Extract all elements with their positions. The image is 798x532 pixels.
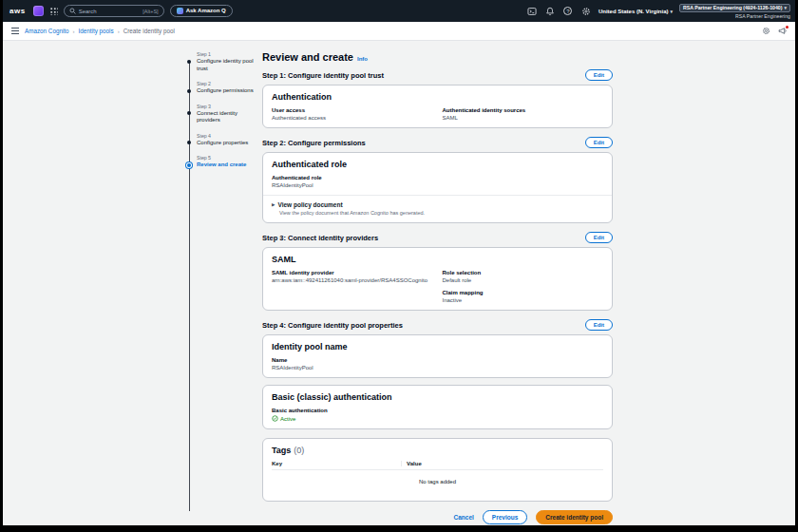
step-nav-configure-identity-pool-trust[interactable]: Step 1 Configure identity pool trust xyxy=(187,51,259,72)
step-number: Step 4 xyxy=(197,133,259,139)
tags-count: (0) xyxy=(294,446,304,455)
previous-button[interactable]: Previous xyxy=(483,510,527,524)
step-nav-review-and-create[interactable]: Step 5 Review and create xyxy=(187,155,259,169)
tags-card: Tags (0) Key Value No tags added xyxy=(262,438,613,502)
notifications-bell-icon[interactable] xyxy=(544,6,556,17)
breadcrumb-amazon-cognito[interactable]: Amazon Cognito xyxy=(25,28,69,34)
field-authenticated-role: Authenticated role RSAIdentityPool xyxy=(272,175,603,188)
ask-amazon-q-label: Ask Amazon Q xyxy=(186,8,226,13)
section-step1-header: Step 1: Configure identity pool trust xyxy=(262,71,384,80)
topbar-right: ? United States (N. Virginia) ▾ RSA Part… xyxy=(526,4,790,19)
chevron-down-icon: ▾ xyxy=(784,5,787,10)
account-name: RSA Partner Engineering xyxy=(735,13,790,19)
field-value: RSAIdentityPool xyxy=(272,365,603,370)
review-and-create-panel: Review and create Info Step 1: Configure… xyxy=(262,51,613,524)
create-identity-pool-button[interactable]: Create identity pool xyxy=(536,510,613,524)
field-label: Authenticated role xyxy=(272,175,603,180)
expander-label: View policy document xyxy=(277,201,342,208)
edit-step2-button[interactable]: Edit xyxy=(585,137,613,148)
field-label: Claim mapping xyxy=(443,290,604,295)
help-icon[interactable]: ? xyxy=(562,6,574,17)
card-title: Basic (classic) authentication xyxy=(272,392,603,402)
step-nav-configure-permissions[interactable]: Step 2 Configure permissions xyxy=(187,81,259,95)
basic-authentication-card: Basic (classic) authentication Basic aut… xyxy=(262,385,613,429)
side-nav-toggle-icon[interactable] xyxy=(11,28,19,34)
step-label: Configure properties xyxy=(197,140,259,147)
aws-logo[interactable]: aws xyxy=(8,7,28,15)
field-label: User access xyxy=(272,107,433,113)
card-title: Authenticated role xyxy=(272,160,603,169)
edit-step4-button[interactable]: Edit xyxy=(585,319,613,331)
step-dot-icon xyxy=(187,111,191,115)
tags-column-key: Key xyxy=(272,461,401,466)
services-grid-icon[interactable] xyxy=(49,7,58,15)
field-name: Name RSAIdentityPool xyxy=(272,357,603,370)
breadcrumb-separator: › xyxy=(118,28,120,34)
authentication-card: Authentication User access Authenticated… xyxy=(262,85,613,128)
breadcrumb: Amazon Cognito › Identity pools › Create… xyxy=(25,28,175,34)
step-dot-icon xyxy=(187,60,191,64)
check-circle-icon xyxy=(272,415,278,422)
view-policy-document-expander[interactable]: ▶ View policy document View the policy d… xyxy=(272,201,603,216)
section-step4-header: Step 4: Configure identity pool properti… xyxy=(262,321,403,330)
account-menu: RSA Partner Engineering (4924-1126-1040)… xyxy=(679,4,790,19)
step-dot-icon xyxy=(187,141,191,144)
tags-table-header: Key Value xyxy=(272,461,603,470)
field-label: SAML identity provider xyxy=(272,270,433,276)
wizard-steps-nav: Step 1 Configure identity pool trust Ste… xyxy=(185,51,259,524)
steps-connector-line xyxy=(189,61,190,511)
topbar-left: aws Search [Alt+S] Ask Amazon Q xyxy=(8,5,233,17)
field-authenticated-identity-sources: Authenticated identity sources SAML xyxy=(443,107,604,121)
field-label: Role selection xyxy=(443,270,604,276)
account-selector[interactable]: RSA Partner Engineering (4924-1126-1040)… xyxy=(679,4,790,12)
breadcrumb-identity-pools[interactable]: Identity pools xyxy=(79,28,114,34)
announcements-megaphone-icon[interactable] xyxy=(778,27,787,35)
authenticated-role-card: Authenticated role Authenticated role RS… xyxy=(262,152,613,223)
step-nav-configure-properties[interactable]: Step 4 Configure properties xyxy=(187,133,259,147)
page-title: Review and create xyxy=(262,51,353,63)
page-settings-gear-icon[interactable] xyxy=(762,27,770,35)
amazon-q-icon xyxy=(177,8,183,14)
search-icon xyxy=(69,8,76,14)
settings-gear-icon[interactable] xyxy=(580,6,592,17)
cognito-app-icon[interactable] xyxy=(33,6,44,16)
saml-card: SAML SAML identity provider arn:aws:iam:… xyxy=(262,247,613,311)
search-placeholder: Search xyxy=(79,9,141,14)
step-label: Connect identity providers xyxy=(197,110,259,124)
edit-step1-button[interactable]: Edit xyxy=(585,69,613,81)
search-shortcut-hint: [Alt+S] xyxy=(142,9,158,14)
caret-right-icon: ▶ xyxy=(272,202,275,207)
ask-amazon-q-button[interactable]: Ask Amazon Q xyxy=(170,5,233,17)
cancel-button[interactable]: Cancel xyxy=(454,514,474,521)
tags-title: Tags xyxy=(272,446,291,455)
section-step1: Step 1: Configure identity pool trust Ed… xyxy=(262,69,613,128)
cloudshell-icon[interactable] xyxy=(526,6,538,17)
step-nav-connect-identity-providers[interactable]: Step 3 Connect identity providers xyxy=(187,104,259,124)
top-navigation-bar: aws Search [Alt+S] Ask Amazon Q xyxy=(3,0,795,22)
search-input[interactable]: Search [Alt+S] xyxy=(64,5,164,17)
step-label: Configure identity pool trust xyxy=(197,58,259,72)
edit-step3-button[interactable]: Edit xyxy=(585,232,613,243)
info-link[interactable]: Info xyxy=(357,56,368,62)
step-number: Step 3 xyxy=(197,104,259,109)
status-text: Active xyxy=(280,416,295,422)
field-value: Inactive xyxy=(443,297,604,303)
section-step3-header: Step 3: Connect identity providers xyxy=(262,234,378,242)
field-value: Authenticated access xyxy=(272,115,433,121)
field-value: Default role xyxy=(443,277,604,283)
field-claim-mapping: Claim mapping Inactive xyxy=(443,290,604,303)
step-label: Review and create xyxy=(197,162,259,169)
section-step2-header: Step 2: Configure permissions xyxy=(262,139,366,147)
status-badge: Active xyxy=(272,415,603,422)
section-step3: Step 3: Connect identity providers Edit … xyxy=(262,232,613,311)
breadcrumb-bar: Amazon Cognito › Identity pools › Create… xyxy=(3,22,795,41)
step-dot-icon xyxy=(187,163,192,168)
notification-dot xyxy=(786,26,788,28)
card-title: SAML xyxy=(272,255,603,264)
tags-empty-state: No tags added xyxy=(272,470,603,494)
breadcrumb-left: Amazon Cognito › Identity pools › Create… xyxy=(11,28,175,34)
field-label: Basic authentication xyxy=(272,408,603,413)
region-selector[interactable]: United States (N. Virginia) ▾ xyxy=(598,9,673,14)
field-value: SAML xyxy=(443,115,604,121)
section-step4: Step 4: Configure identity pool properti… xyxy=(262,319,613,429)
